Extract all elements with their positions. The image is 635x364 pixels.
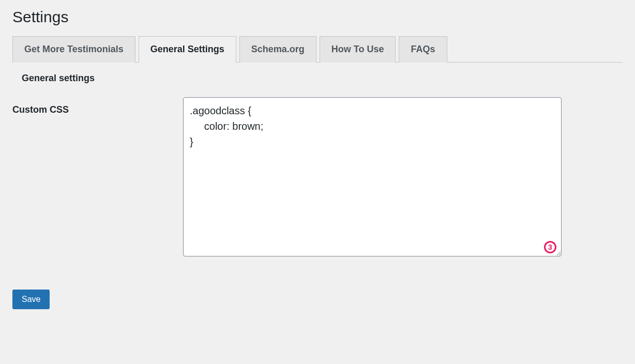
custom-css-wrap: 3 <box>183 97 562 259</box>
section-heading: General settings <box>22 73 623 84</box>
tab-label: General Settings <box>150 44 224 54</box>
tab-how-to-use[interactable]: How To Use <box>320 36 396 63</box>
save-button-label: Save <box>22 295 40 304</box>
save-button[interactable]: Save <box>12 290 50 309</box>
custom-css-label: Custom CSS <box>12 97 183 115</box>
tab-general-settings[interactable]: General Settings <box>139 36 236 63</box>
settings-page: Settings Get More Testimonials General S… <box>0 0 635 322</box>
tab-label: Schema.org <box>251 44 305 54</box>
page-title: Settings <box>12 8 623 26</box>
tab-schema-org[interactable]: Schema.org <box>239 36 316 63</box>
tab-get-more-testimonials[interactable]: Get More Testimonials <box>12 36 135 63</box>
tab-label: FAQs <box>411 44 435 54</box>
custom-css-row: Custom CSS 3 <box>12 97 623 259</box>
tab-label: Get More Testimonials <box>24 44 124 54</box>
custom-css-textarea[interactable] <box>183 97 562 256</box>
tabs-container: Get More Testimonials General Settings S… <box>12 36 623 63</box>
tab-label: How To Use <box>331 44 384 54</box>
tab-faqs[interactable]: FAQs <box>399 36 447 63</box>
